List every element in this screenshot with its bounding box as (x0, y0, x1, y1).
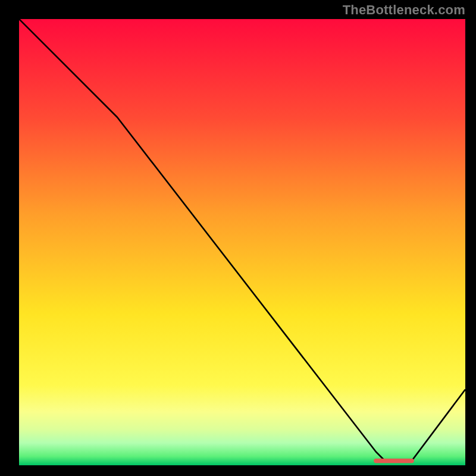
bottleneck-curve (19, 19, 465, 461)
chart-container: TheBottleneck.com (0, 0, 476, 476)
attribution-label: TheBottleneck.com (343, 2, 465, 18)
plot-area (19, 19, 465, 465)
line-overlay (19, 19, 465, 465)
